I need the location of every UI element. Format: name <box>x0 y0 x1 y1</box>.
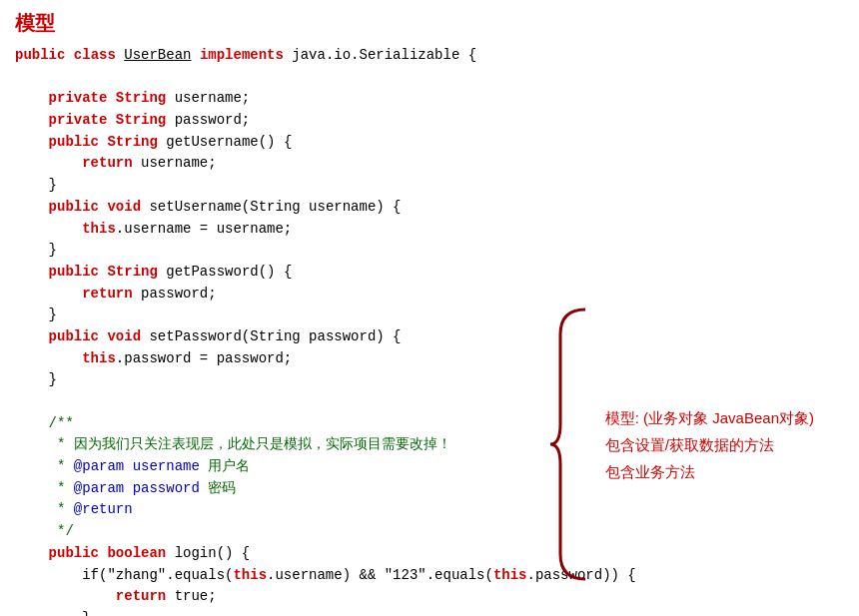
code-line-27: } <box>15 608 844 616</box>
annotation-line3: 包含业务方法 <box>605 458 814 485</box>
annotation-line1: 模型: (业务对象 JavaBean对象) <box>605 404 814 431</box>
code-line-6: return username; <box>15 153 844 175</box>
code-line-8: public void setUsername(String username)… <box>15 197 844 219</box>
annotation-line2: 包含设置/获取数据的方法 <box>605 431 814 458</box>
code-line-7: } <box>15 175 844 197</box>
code-line-11: public String getPassword() { <box>15 262 844 284</box>
code-area: public class UserBean implements java.io… <box>15 45 844 616</box>
code-line-blank1 <box>15 67 844 89</box>
curly-brace-icon <box>545 305 595 584</box>
code-line-1: public class UserBean implements java.io… <box>15 45 844 67</box>
code-line-5: public String getUsername() { <box>15 132 844 154</box>
code-line-4: private String password; <box>15 110 844 132</box>
annotation-text: 模型: (业务对象 JavaBean对象) 包含设置/获取数据的方法 包含业务方… <box>605 404 814 485</box>
code-line-26: return true; <box>15 586 844 608</box>
code-line-12: return password; <box>15 284 844 306</box>
annotation-box: 模型: (业务对象 JavaBean对象) 包含设置/获取数据的方法 包含业务方… <box>545 305 814 584</box>
code-line-9: this.username = username; <box>15 219 844 241</box>
code-line-10: } <box>15 240 844 262</box>
code-line-3: private String username; <box>15 88 844 110</box>
page-title: 模型 <box>15 10 844 37</box>
